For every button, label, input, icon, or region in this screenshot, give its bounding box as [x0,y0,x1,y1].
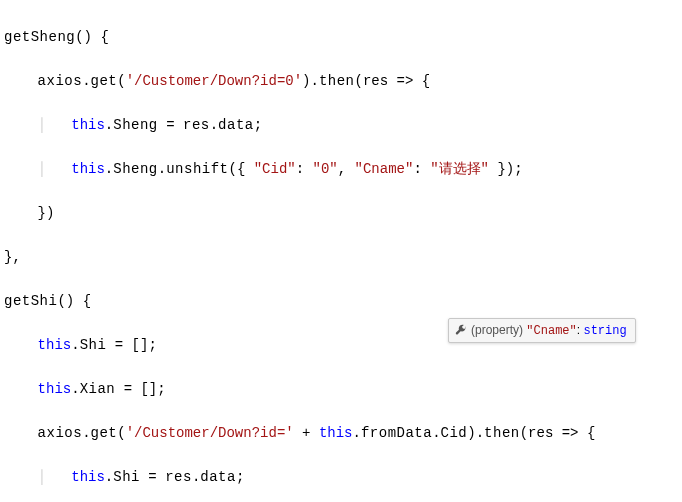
code-line: this.Xian = []; [4,378,682,400]
code-line: axios.get('/Customer/Down?id=0').then(re… [4,70,682,92]
code-line: getSheng() { [4,26,682,48]
method-name: getSheng [4,29,75,45]
hover-tooltip: (property) "Cname": string [448,318,636,343]
tooltip-type: string [583,324,626,338]
code-line: getShi() { [4,290,682,312]
wrench-icon [455,323,471,337]
code-line: axios.get('/Customer/Down?id=' + this.fr… [4,422,682,444]
tooltip-kind: (property) [471,323,523,337]
code-editor[interactable]: getSheng() { axios.get('/Customer/Down?i… [0,0,682,502]
code-line: }, [4,246,682,268]
code-line: │ this.Sheng.unshift({ "Cid": "0", "Cnam… [4,158,682,180]
method-name: getShi [4,293,57,309]
code-line: │ this.Shi = res.data; [4,466,682,488]
code-line: │ this.Sheng = res.data; [4,114,682,136]
code-line: }) [4,202,682,224]
tooltip-name: "Cname" [526,324,576,338]
